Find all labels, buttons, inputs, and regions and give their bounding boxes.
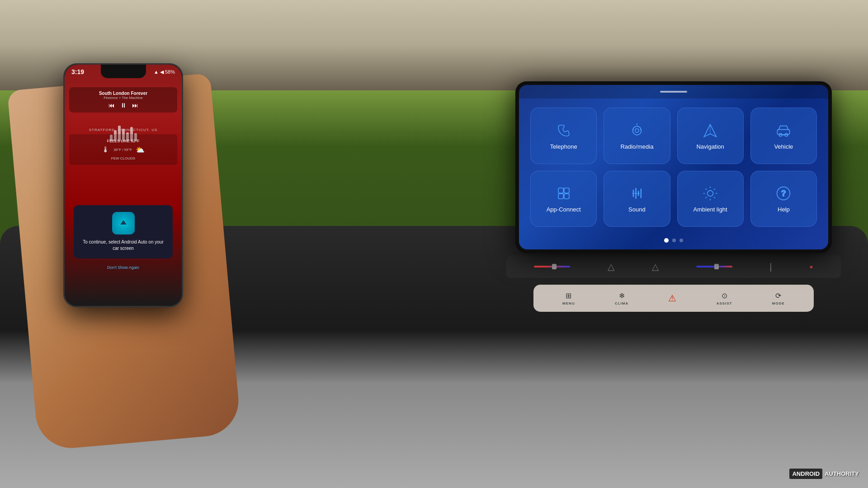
radio-media-icon <box>628 122 646 140</box>
svg-point-3 <box>635 129 639 132</box>
phone-time: 3:19 <box>71 68 84 75</box>
watermark-android-text: ANDROID <box>789 469 822 479</box>
clima-icon: ❄ <box>619 291 625 300</box>
menu-button[interactable]: ⊞ MENU <box>562 291 575 305</box>
navigation-icon <box>701 122 719 140</box>
car-screen-page-dots <box>664 238 683 243</box>
page-dot-1[interactable] <box>664 238 669 243</box>
cloud-icon: ⛅ <box>136 145 145 154</box>
phone-status-icons: ▲ ◀ 58% <box>154 69 175 75</box>
hazard-icon: ⚠ <box>668 293 676 304</box>
phone-music-subtitle: Florence + The Machine <box>73 96 174 100</box>
android-auto-dismiss-link[interactable]: Don't Show Again <box>74 265 173 270</box>
help-icon: ? <box>774 184 793 202</box>
phone-weather-location: STRATFORD, CONNECTICUT, US <box>69 128 177 132</box>
car-menu-sound[interactable]: Sound <box>604 171 670 227</box>
car-menu-help[interactable]: ? Help <box>750 171 817 227</box>
thermometer-icon: 🌡 <box>102 145 110 155</box>
telephone-label: Telephone <box>550 143 577 150</box>
android-auto-button[interactable]: To continue, select Android Auto on your… <box>74 205 173 258</box>
phone-music-controls: ⏮ ⏸ ⏭ <box>73 102 174 109</box>
svg-text:?: ? <box>781 189 786 198</box>
car-climate-controls: △ △ | ● <box>506 255 841 278</box>
car-screen: Telephone Radio/media Navig <box>519 85 828 249</box>
car-menu-vehicle[interactable]: Vehicle <box>750 108 817 164</box>
car-menu-navigation[interactable]: Navigation <box>677 108 744 164</box>
vehicle-icon <box>774 122 793 140</box>
car-menu-radio-media[interactable]: Radio/media <box>604 108 670 164</box>
car-screen-indicator <box>660 91 687 93</box>
help-label: Help <box>778 206 790 213</box>
pause-button[interactable]: ⏸ <box>120 102 127 109</box>
assist-button[interactable]: ⊙ ASSIST <box>717 291 732 305</box>
sound-label: Sound <box>628 206 646 213</box>
prev-button[interactable]: ⏮ <box>108 102 115 109</box>
aa-icon-svg <box>117 216 130 230</box>
hazard-button[interactable]: ⚠ <box>668 293 676 304</box>
warning-dot: ● <box>809 263 813 270</box>
car-menu-app-connect[interactable]: App-Connect <box>530 171 597 227</box>
phone-android-auto-section: To continue, select Android Auto on your… <box>74 205 173 270</box>
svg-rect-14 <box>564 194 569 199</box>
svg-line-27 <box>706 189 707 190</box>
svg-point-22 <box>708 191 713 197</box>
assist-label: ASSIST <box>717 301 732 305</box>
clima-button[interactable]: ❄ CLIMA <box>615 291 628 305</box>
phone-weather-feels: FEELS LIKE 52°F <box>74 139 173 143</box>
app-connect-icon <box>555 184 573 202</box>
radio-media-label: Radio/media <box>620 143 653 150</box>
phone-weather-condition: FEW CLOUDS <box>74 156 173 160</box>
car-physical-buttons: ⊞ MENU ❄ CLIMA ⚠ ⊙ ASSIST ⟳ MODE <box>533 285 814 312</box>
page-dot-3[interactable] <box>679 239 683 242</box>
menu-icon: ⊞ <box>566 291 571 300</box>
menu-label: MENU <box>562 301 575 305</box>
phone-status-bar: 3:19 ▲ ◀ 58% <box>71 68 175 75</box>
watermark: ANDROID AUTHORITY <box>789 469 859 479</box>
ambient-light-icon <box>701 184 719 202</box>
phone-screen: 3:19 ▲ ◀ 58% South London Forever Floren… <box>65 65 182 306</box>
mode-label: MODE <box>772 301 785 305</box>
android-auto-prompt: To continue, select Android Auto on your… <box>80 239 166 252</box>
mode-button[interactable]: ⟳ MODE <box>772 291 785 305</box>
phone: 3:19 ▲ ◀ 58% South London Forever Floren… <box>63 63 183 307</box>
mode-icon: ⟳ <box>775 291 781 300</box>
climate-slider-1[interactable] <box>534 266 570 267</box>
svg-line-28 <box>714 197 715 198</box>
phone-weather-temp-box: FEELS LIKE 52°F 🌡 39°F / 55°F ⛅ FEW CLOU… <box>69 134 177 165</box>
clima-label: CLIMA <box>615 301 628 305</box>
svg-rect-13 <box>558 194 563 199</box>
car-screen-top-bar <box>519 85 828 99</box>
next-button[interactable]: ⏭ <box>132 102 138 109</box>
car-menu-ambient-light[interactable]: Ambient light <box>677 171 744 227</box>
vent-icon: △ <box>652 261 659 272</box>
car-menu-telephone[interactable]: Telephone <box>530 108 597 164</box>
page-dot-2[interactable] <box>672 239 676 242</box>
phone-weather-widget: STRATFORD, CONNECTICUT, US FEELS LIKE 52… <box>69 128 177 165</box>
phone-music-player[interactable]: South London Forever Florence + The Mach… <box>69 87 177 113</box>
car-menu-grid: Telephone Radio/media Navig <box>519 99 828 236</box>
ambient-light-label: Ambient light <box>693 206 727 213</box>
watermark-authority-text: AUTHORITY <box>825 470 859 477</box>
android-auto-icon <box>112 212 135 235</box>
telephone-icon <box>555 122 573 140</box>
svg-line-30 <box>706 197 707 198</box>
fan-icon: △ <box>608 261 614 272</box>
sound-icon <box>628 184 646 202</box>
car-screen-container: Telephone Radio/media Navig <box>515 81 832 253</box>
svg-line-29 <box>714 189 715 190</box>
hand-phone-container: 3:19 ▲ ◀ 58% South London Forever Floren… <box>0 36 271 443</box>
climate-slider-2[interactable] <box>696 266 732 267</box>
app-connect-label: App-Connect <box>547 206 581 213</box>
svg-rect-12 <box>564 188 569 193</box>
seat-icon: | <box>769 262 772 272</box>
navigation-label: Navigation <box>696 143 724 150</box>
assist-icon: ⊙ <box>722 291 727 300</box>
phone-weather-temp: 39°F / 55°F <box>113 148 132 152</box>
vehicle-label: Vehicle <box>774 143 793 150</box>
svg-rect-11 <box>558 188 563 193</box>
phone-music-title: South London Forever <box>73 91 174 96</box>
